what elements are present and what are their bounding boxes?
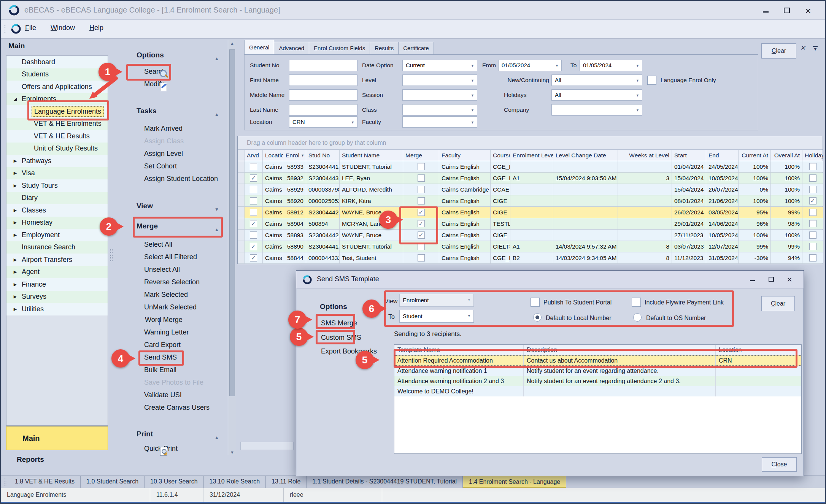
scrollbar-thumb[interactable] [229,49,235,396]
middle_name-input[interactable] [289,89,357,101]
from-select[interactable]: 01/05/2024 [498,60,562,71]
panel-item-unmark-selected[interactable]: UnMark Selected [113,301,227,314]
column-header-location[interactable]: Location [263,150,283,161]
tree-item-pathways[interactable]: ▶Pathways [6,155,108,167]
menu-window[interactable]: Window [51,24,75,32]
company-select[interactable] [551,104,642,116]
collapsed-icon[interactable]: ▶ [11,307,19,312]
nav-main-button[interactable]: Main [6,426,108,450]
table-row[interactable]: Cairns58912S230044420WAYNE, Bruce✓Cairns… [238,207,823,218]
location-select[interactable]: CRN [289,116,357,128]
tree-item-employment[interactable]: ▶Employment [6,229,108,241]
arvd-checkbox[interactable] [250,231,257,239]
collapse-icon[interactable]: ▲ [214,432,219,443]
tree-item-dashboard[interactable]: Dashboard [6,56,108,68]
horizontal-scrollbar[interactable] [240,442,294,450]
panel-item-mark-selected[interactable]: Mark Selected [113,288,227,301]
table-row[interactable]: Cairns589200000025053KIRK, KitraCairns E… [238,195,823,207]
table-row[interactable]: Cairns589290000033798ALFORD, MeredithCai… [238,184,823,195]
panel-item-validate-usi[interactable]: Validate USI [113,389,227,401]
column-header-overall_at[interactable]: Overall At [771,150,802,161]
tab-certificate[interactable]: Certificate [399,42,434,55]
panel-item-mark-arrived[interactable]: Mark Arrived [113,122,227,135]
panel-item-create-canvas-users[interactable]: Create Canvas Users [113,401,227,414]
panel-item-word-merge[interactable]: Word Merge [113,314,227,326]
tree-item-surveys[interactable]: ▶Surveys [6,291,108,303]
column-header-student_name[interactable]: Student Name [340,150,403,161]
collapsed-icon[interactable]: ▶ [11,208,19,213]
panel-item-reverse-selection[interactable]: Reverse Selection [113,276,227,288]
faculty-select[interactable] [402,116,477,128]
column-header-holiday[interactable]: Holiday [802,150,823,161]
language_enrol_only-checkbox[interactable] [647,76,656,85]
collapsed-icon[interactable]: ▶ [11,220,19,225]
dialog-close-button[interactable]: Close [762,457,797,472]
holiday-checkbox[interactable] [809,209,816,216]
merge-checkbox[interactable] [418,254,425,262]
column-header-end[interactable]: End [706,150,739,161]
panel-scrollbar[interactable]: ▲ ▼ [228,40,236,455]
tab-results[interactable]: Results [370,42,399,55]
tree-item-visa[interactable]: ▶Visa [6,167,108,180]
window-tab-1-1-student-details-s230044419-student-tutorial[interactable]: 1.1 Student Details - S230044419 STUDENT… [307,476,463,488]
table-row[interactable]: ✓Cairns58890S230044419STUDENT, TutorialC… [238,241,823,252]
holiday-checkbox[interactable] [809,220,816,227]
tab-enrol-custom-fields[interactable]: Enrol Custom Fields [309,42,370,55]
student_no-input[interactable] [289,60,357,71]
collapsed-icon[interactable]: ▶ [11,171,19,176]
scroll-down-icon[interactable]: ▼ [228,450,236,455]
panel-header-view[interactable]: View▼ [113,200,227,212]
window-tab-13-11-role[interactable]: 13.11 Role [266,476,307,488]
collapsed-icon[interactable]: ▶ [11,158,19,163]
window-tab-13-10-role-search[interactable]: 13.10 Role Search [204,476,266,488]
new_continuing-select[interactable]: All [551,74,642,86]
holidays-select[interactable]: All [551,89,642,101]
merge-checkbox[interactable] [418,174,425,182]
panel-item-select-all[interactable]: Select All [113,238,227,251]
collapsed-icon[interactable]: ▶ [11,294,19,299]
collapse-icon[interactable]: ▲ [214,109,219,120]
holiday-checkbox[interactable] [809,186,816,193]
menu-file[interactable]: File [25,24,36,32]
tree-item-utilities[interactable]: ▶Utilities [6,303,108,315]
panel-header-tasks[interactable]: Tasks▲ [113,105,227,117]
first_name-input[interactable] [289,74,357,86]
panel-splitter[interactable] [110,249,113,262]
arvd-checkbox[interactable] [250,186,257,193]
dialog-clear-button[interactable]: Clear [761,296,795,311]
collapsed-icon[interactable]: ▶ [11,233,19,238]
arvd-checkbox[interactable] [250,209,257,216]
collapse-icon[interactable]: ▲ [214,53,219,64]
dialog-close-icon[interactable]: ✕ [784,276,795,284]
tree-item-finance[interactable]: ▶Finance [6,278,108,291]
merge-checkbox[interactable] [418,163,425,170]
tree-item-vet-he-results[interactable]: VET & HE Results [6,130,108,143]
arvd-checkbox[interactable] [250,197,257,204]
panel-header-print[interactable]: Print▲ [113,428,227,440]
last_name-input[interactable] [289,104,357,116]
arvd-checkbox[interactable]: ✓ [250,220,257,227]
window-tab-1-8-vet-he-results[interactable]: 1.8 VET & HE Results [9,476,81,488]
collapsed-icon[interactable]: ▶ [11,257,19,262]
scroll-up-icon[interactable]: ▲ [228,41,236,46]
tab-general[interactable]: General [244,40,274,55]
column-header-weeks_at_level[interactable]: Weeks at Level [618,150,672,161]
holiday-checkbox[interactable]: ✓ [809,197,816,204]
column-header-current_at[interactable]: Current At [739,150,771,161]
tree-item-insurance-search[interactable]: Insurance Search [6,241,108,254]
panel-item-assign-student-location[interactable]: Assign Student Location [113,173,227,185]
column-header-enrolment_level[interactable]: Enrolment Level [510,150,553,161]
class-select[interactable] [402,104,477,116]
template-row[interactable]: Attendance warning notification 2 and 3N… [394,376,801,386]
window-tab-10-3-user-search[interactable]: 10.3 User Search [145,476,204,488]
table-row[interactable]: ✓Cairns58932S230044439LEE, RyanCairns En… [238,173,823,184]
window-tab-1-4-enrolment-search-language[interactable]: 1.4 Enrolment Search - Language [463,476,566,488]
collapsed-icon[interactable]: ▶ [11,183,19,188]
date_option-select[interactable]: Current [402,60,477,71]
arvd-checkbox[interactable]: ✓ [250,254,257,262]
holiday-checkbox[interactable] [809,231,816,239]
holiday-checkbox[interactable] [809,174,816,182]
panel-header-options[interactable]: Options▲ [113,49,227,61]
merge-checkbox[interactable] [418,186,425,193]
panel-item-unselect-all[interactable]: Unselect All [113,263,227,276]
